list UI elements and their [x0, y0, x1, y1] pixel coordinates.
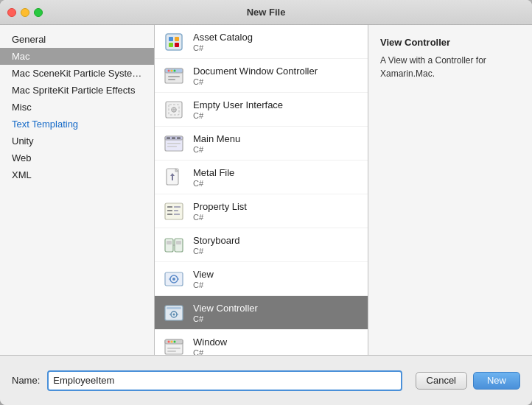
- svg-point-9: [174, 69, 176, 71]
- sidebar-item-mac-spritekit[interactable]: Mac SpriteKit Particle Effects: [0, 82, 154, 99]
- svg-rect-21: [177, 137, 181, 138]
- svg-point-8: [171, 69, 173, 71]
- svg-rect-26: [167, 206, 172, 208]
- file-item-storyboard[interactable]: StoryboardC#: [155, 228, 368, 262]
- sidebar: GeneralMacMac SceneKit Particle SystemsM…: [0, 25, 155, 355]
- property-list-icon: [162, 200, 186, 223]
- file-item-name-property-list: Property List: [193, 201, 247, 212]
- sidebar-item-mac[interactable]: Mac: [0, 48, 154, 65]
- file-item-name-empty-user-interface: Empty User Interface: [193, 99, 283, 110]
- svg-point-50: [168, 340, 170, 342]
- svg-rect-54: [167, 351, 176, 352]
- file-item-view-controller[interactable]: View ControllerC#: [155, 296, 368, 330]
- file-item-sub-window: C#: [193, 348, 227, 356]
- close-button[interactable]: [7, 8, 16, 17]
- file-item-sub-view: C#: [193, 281, 214, 289]
- document-window-icon: [162, 64, 186, 88]
- file-item-document-window-controller[interactable]: Document Window ControllerC#: [155, 59, 368, 93]
- bottom-bar: Name: Cancel New: [0, 355, 532, 405]
- empty-ui-icon: [162, 98, 186, 122]
- name-label: Name:: [12, 375, 40, 386]
- svg-rect-2: [175, 37, 179, 41]
- file-item-property-list[interactable]: Property ListC#: [155, 194, 368, 228]
- svg-rect-30: [167, 214, 172, 215]
- svg-rect-22: [167, 143, 181, 144]
- file-item-sub-document-window-controller: C#: [193, 77, 318, 86]
- file-item-empty-user-interface[interactable]: Empty User InterfaceC#: [155, 93, 368, 127]
- file-item-sub-metal-file: C#: [193, 179, 234, 188]
- minimize-button[interactable]: [21, 8, 29, 17]
- svg-rect-35: [167, 241, 172, 244]
- svg-rect-27: [174, 206, 181, 208]
- traffic-lights: [7, 8, 43, 17]
- file-item-view[interactable]: ViewC#: [155, 262, 368, 296]
- svg-rect-0: [166, 34, 182, 50]
- file-item-name-asset-catalog: Asset Catalog: [193, 32, 253, 43]
- svg-rect-29: [174, 210, 178, 211]
- sidebar-item-unity[interactable]: Unity: [0, 133, 154, 149]
- svg-point-51: [171, 340, 173, 342]
- svg-rect-53: [167, 348, 181, 349]
- svg-rect-43: [167, 307, 181, 309]
- file-item-asset-catalog[interactable]: Asset CatalogC#: [155, 25, 368, 59]
- file-item-main-menu[interactable]: Main MenuC#: [155, 127, 368, 161]
- svg-rect-1: [169, 37, 173, 41]
- name-input[interactable]: [47, 370, 402, 391]
- file-item-sub-main-menu: C#: [193, 145, 240, 154]
- button-row: Cancel New: [416, 372, 520, 390]
- svg-rect-10: [168, 76, 180, 77]
- svg-point-39: [172, 278, 175, 281]
- file-item-name-window: Window: [193, 337, 227, 348]
- file-item-name-view: View: [193, 269, 214, 280]
- svg-rect-36: [176, 241, 181, 244]
- detail-description: A View with a Controller for Xamarin.Mac…: [380, 54, 520, 80]
- svg-rect-31: [174, 214, 180, 215]
- file-item-sub-property-list: C#: [193, 213, 247, 222]
- svg-rect-32: [165, 239, 173, 252]
- file-item-sub-storyboard: C#: [193, 247, 240, 256]
- svg-rect-33: [175, 239, 183, 252]
- storyboard-icon: [162, 233, 186, 257]
- file-item-name-view-controller: View Controller: [193, 303, 258, 314]
- svg-rect-28: [167, 210, 172, 211]
- file-item-metal-file[interactable]: Metal FileC#: [155, 161, 368, 194]
- new-file-window: New File GeneralMacMac SceneKit Particle…: [0, 0, 532, 405]
- file-list: Asset CatalogC# Document Window Controll…: [155, 25, 368, 355]
- view-icon: [162, 267, 186, 291]
- svg-rect-23: [167, 146, 177, 147]
- asset-catalog-icon: [162, 30, 186, 54]
- file-item-name-metal-file: Metal File: [193, 167, 234, 178]
- file-item-window[interactable]: WindowC#: [155, 330, 368, 355]
- new-button[interactable]: New: [473, 372, 520, 390]
- maximize-button[interactable]: [34, 8, 43, 17]
- file-item-sub-view-controller: C#: [193, 314, 258, 323]
- main-menu-icon: [162, 132, 186, 155]
- detail-title: View Controller: [380, 37, 520, 48]
- file-item-sub-empty-user-interface: C#: [193, 111, 283, 120]
- view-controller-icon: [162, 301, 186, 325]
- svg-rect-3: [169, 43, 173, 47]
- sidebar-item-text-templating[interactable]: Text Templating: [0, 116, 154, 133]
- content-area: GeneralMacMac SceneKit Particle SystemsM…: [0, 25, 532, 355]
- file-item-name-storyboard: Storyboard: [193, 235, 240, 246]
- svg-point-45: [173, 313, 175, 315]
- svg-rect-20: [172, 137, 175, 138]
- metal-file-icon: [162, 166, 186, 189]
- sidebar-item-misc[interactable]: Misc: [0, 99, 154, 116]
- svg-point-52: [174, 340, 176, 342]
- sidebar-item-mac-scenekit[interactable]: Mac SceneKit Particle Systems: [0, 65, 154, 82]
- window-icon: [162, 335, 186, 356]
- file-item-sub-asset-catalog: C#: [193, 43, 253, 52]
- sidebar-item-general[interactable]: General: [0, 31, 154, 48]
- titlebar: New File: [0, 0, 532, 25]
- file-item-name-document-window-controller: Document Window Controller: [193, 66, 318, 77]
- sidebar-item-web[interactable]: Web: [0, 149, 154, 166]
- detail-panel: View Controller A View with a Controller…: [368, 25, 532, 355]
- svg-rect-4: [175, 43, 179, 47]
- sidebar-item-xml[interactable]: XML: [0, 166, 154, 183]
- svg-point-7: [168, 69, 170, 71]
- svg-rect-11: [168, 79, 175, 80]
- cancel-button[interactable]: Cancel: [416, 372, 467, 390]
- file-item-name-main-menu: Main Menu: [193, 133, 240, 144]
- window-title: New File: [247, 7, 286, 18]
